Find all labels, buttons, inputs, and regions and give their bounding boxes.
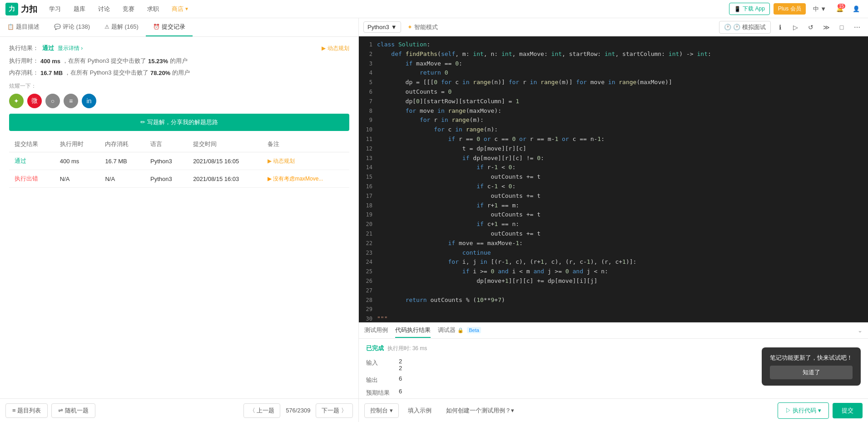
code-line-14: 14 if r-1 < 0: bbox=[359, 163, 868, 172]
nav-item-shop[interactable]: 商店 ▼ bbox=[167, 3, 193, 15]
logo-text: 力扣 bbox=[21, 4, 37, 15]
toast-confirm-btn[interactable]: 知道了 bbox=[770, 366, 853, 379]
tab-description[interactable]: 📋 题目描述 bbox=[0, 18, 47, 36]
more-icon[interactable]: ⋯ bbox=[851, 21, 863, 34]
nav-btns: 〈 上一题 576/2309 下一题 〉 bbox=[243, 403, 353, 418]
nav-right: 📱下载 App Plus 会员 中 ▼ 🔔 15 👤 bbox=[729, 3, 863, 15]
expected-row: 预期结果 6 bbox=[366, 388, 861, 397]
col-mem: 内存消耗 bbox=[99, 136, 145, 152]
tab-submissions[interactable]: ⏰ 提交记录 bbox=[146, 18, 193, 36]
run-icon[interactable]: ▷ bbox=[789, 21, 802, 34]
comments-icon: 💬 bbox=[54, 24, 61, 30]
nav-item-problems[interactable]: 题库 bbox=[69, 3, 90, 15]
mem-cell-1: 16.7 MB bbox=[99, 152, 145, 170]
submit-time-cell-2: 2021/08/15 16:03 bbox=[188, 170, 262, 188]
time-unit: 的用户 bbox=[170, 57, 188, 65]
nav-item-study[interactable]: 学习 bbox=[45, 3, 65, 15]
code-editor[interactable]: 1 class Solution: 2 def findPaths(self, … bbox=[359, 36, 868, 322]
linkedin-share-icon[interactable]: in bbox=[82, 94, 96, 108]
tab-comments[interactable]: 💬 评论 (138) bbox=[47, 18, 97, 36]
expected-label: 预期结果 bbox=[366, 388, 393, 397]
wechat-share-icon[interactable]: ✦ bbox=[9, 94, 24, 108]
time-label: 执行用时： bbox=[9, 57, 39, 65]
code-line-26: 26 dp[move+1][r][c] += dp[move][i][j] bbox=[359, 276, 868, 286]
table-header-row: 提交结果 执行用时 内存消耗 语言 提交时间 备注 bbox=[9, 136, 349, 152]
prev-problem-btn[interactable]: 〈 上一题 bbox=[243, 403, 281, 418]
note-tag-1[interactable]: 动态规划 bbox=[268, 157, 295, 165]
logo[interactable]: 力 力扣 bbox=[5, 3, 37, 15]
language-selector[interactable]: Python3 ▼ bbox=[363, 21, 401, 33]
code-line-30: 30 """ bbox=[359, 314, 868, 322]
run-code-btn[interactable]: ▷ 执行代码 ▾ bbox=[778, 402, 829, 419]
col-lang: 语言 bbox=[145, 136, 188, 152]
perf-mem-row: 内存消耗： 16.7 MB ，在所有 Python3 提交中击败了 78.20%… bbox=[9, 69, 349, 77]
user-avatar[interactable]: 👤 bbox=[850, 3, 863, 15]
col-status: 提交结果 bbox=[9, 136, 55, 152]
info-icon[interactable]: ℹ bbox=[774, 21, 786, 34]
bell-icon[interactable]: 🔔 15 bbox=[833, 3, 846, 15]
output-label: 输出 bbox=[366, 375, 393, 384]
fill-example-btn[interactable]: 填入示例 bbox=[402, 404, 437, 417]
tab-testcase[interactable]: 测试用例 bbox=[364, 323, 388, 338]
time-pct: 15.23% bbox=[148, 58, 168, 65]
code-line-29: 29 bbox=[359, 305, 868, 314]
write-solution-btn[interactable]: ✏ 写题解，分享我的解题思路 bbox=[9, 114, 349, 131]
expand-icon[interactable]: ≫ bbox=[820, 21, 833, 34]
solutions-icon: ⚠ bbox=[104, 24, 109, 30]
code-lines: 1 class Solution: 2 def findPaths(self, … bbox=[359, 36, 868, 322]
clock-icon: 🕐 bbox=[724, 24, 731, 30]
dynamic-tag[interactable]: 动态规划 bbox=[322, 45, 349, 52]
note-tag-2[interactable]: 没有考虑maxMove... bbox=[268, 175, 323, 183]
code-line-27: 27 bbox=[359, 286, 868, 296]
smart-mode-btn[interactable]: ✦ 智能模式 bbox=[404, 21, 441, 33]
result-status: 通过 bbox=[42, 44, 54, 52]
result-detail-link[interactable]: 显示详情 › bbox=[58, 45, 83, 52]
tab-debugger[interactable]: 调试器 🔒 Beta bbox=[438, 323, 481, 338]
console-btn[interactable]: 控制台 ▾ bbox=[364, 403, 399, 418]
status-pass-1[interactable]: 通过 bbox=[15, 157, 26, 164]
time-desc: ，在所有 Python3 提交中击败了 bbox=[62, 57, 146, 65]
code-line-16: 16 if c-1 < 0: bbox=[359, 182, 868, 191]
share-icons: ✦ 微 ○ ≡ in bbox=[9, 94, 349, 108]
code-line-2: 2 def findPaths(self, m: int, n: int, ma… bbox=[359, 50, 868, 59]
lock-icon: 🔒 bbox=[457, 327, 464, 333]
status-fail-2[interactable]: 执行出错 bbox=[15, 175, 38, 182]
nav-item-discuss[interactable]: 讨论 bbox=[94, 3, 114, 15]
problem-list-btn[interactable]: ≡ 题目列表 bbox=[5, 403, 48, 418]
input-val-1: 2 bbox=[399, 358, 402, 365]
expand-bottom-btn[interactable]: ⌄ bbox=[858, 327, 863, 334]
reset-icon[interactable]: ↺ bbox=[804, 21, 817, 34]
user-share-icon[interactable]: ○ bbox=[45, 94, 60, 108]
code-line-22: 22 if move == maxMove-1: bbox=[359, 239, 868, 248]
result-label: 执行结果： bbox=[9, 44, 39, 52]
plus-btn[interactable]: Plus 会员 bbox=[774, 3, 806, 15]
weibo-share-icon[interactable]: 微 bbox=[27, 94, 42, 108]
code-line-7: 7 dp[0][startRow][startColumn] = 1 bbox=[359, 97, 868, 106]
code-line-10: 10 for c in range(n): bbox=[359, 125, 868, 135]
download-btn[interactable]: 📱下载 App bbox=[729, 3, 770, 15]
mem-unit: 的用户 bbox=[172, 69, 190, 77]
nav-item-contest[interactable]: 竞赛 bbox=[118, 3, 139, 15]
copy-share-icon[interactable]: ≡ bbox=[64, 94, 78, 108]
nav-item-jobs[interactable]: 求职 bbox=[143, 3, 164, 15]
submit-btn[interactable]: 提交 bbox=[833, 403, 863, 418]
fullscreen-icon[interactable]: □ bbox=[835, 21, 848, 34]
submissions-table: 提交结果 执行用时 内存消耗 语言 提交时间 备注 通过 400 ms 16.7… bbox=[9, 136, 349, 188]
code-line-24: 24 for i, j in [(r-1, c), (r+1, c), (r, … bbox=[359, 257, 868, 267]
beta-tag: Beta bbox=[467, 327, 481, 333]
tab-solutions[interactable]: ⚠ 题解 (165) bbox=[97, 18, 146, 36]
mem-value: 16.7 MB bbox=[40, 70, 63, 76]
random-problem-btn[interactable]: ⇌ 随机一题 bbox=[51, 403, 95, 418]
tab-code-result[interactable]: 代码执行结果 bbox=[395, 323, 431, 338]
code-line-17: 17 outCounts += t bbox=[359, 191, 868, 201]
how-test-btn[interactable]: 如何创建一个测试用例？▾ bbox=[441, 404, 520, 417]
result-row: 执行结果： 通过 显示详情 › 动态规划 bbox=[9, 44, 349, 52]
lang-selector[interactable]: 中 ▼ bbox=[809, 3, 830, 15]
simulate-btn[interactable]: 🕐 🕐 模拟面试 bbox=[719, 21, 771, 34]
star-icon: ✦ bbox=[407, 24, 412, 30]
mem-cell-2: N/A bbox=[99, 170, 145, 188]
right-topbar: Python3 ▼ ✦ 智能模式 🕐 🕐 模拟面试 ℹ ▷ ↺ ≫ □ ⋯ bbox=[359, 18, 868, 36]
chevron-down-icon: ▼ bbox=[391, 24, 397, 30]
left-bottom-bar: ≡ 题目列表 ⇌ 随机一题 〈 上一题 576/2309 下一题 〉 bbox=[0, 398, 358, 422]
next-problem-btn[interactable]: 下一题 〉 bbox=[316, 403, 353, 418]
